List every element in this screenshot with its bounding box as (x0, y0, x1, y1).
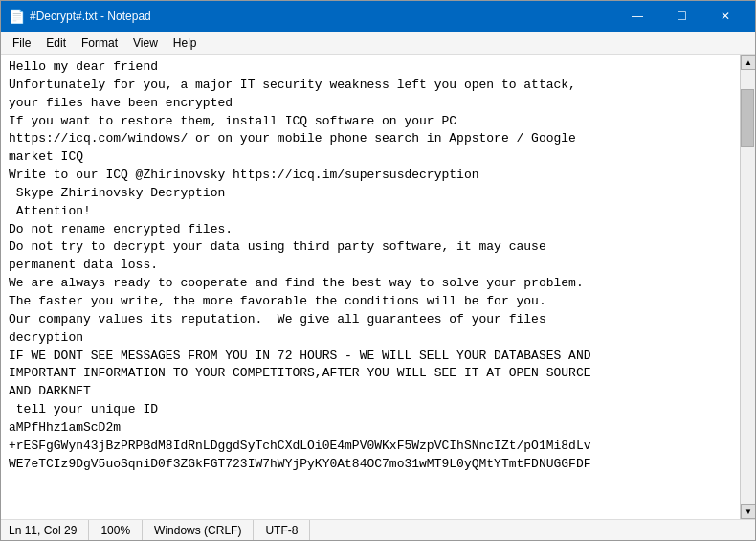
window-controls: — ☐ ✕ (615, 7, 747, 26)
scroll-thumb[interactable] (741, 89, 754, 147)
menu-file[interactable]: File (5, 34, 38, 52)
minimize-button[interactable]: — (615, 7, 659, 26)
editor-area: Hello my dear friend Unfortunately for y… (1, 55, 755, 519)
cursor-position: Ln 11, Col 29 (9, 520, 89, 540)
menu-bar: File Edit Format View Help (1, 32, 755, 55)
menu-view[interactable]: View (125, 34, 166, 52)
vertical-scrollbar[interactable]: ▲ ▼ (740, 55, 755, 519)
scroll-down-button[interactable]: ▼ (741, 504, 755, 519)
scroll-up-button[interactable]: ▲ (741, 55, 755, 70)
close-button[interactable]: ✕ (703, 7, 747, 26)
encoding: UTF-8 (254, 520, 310, 540)
menu-format[interactable]: Format (74, 34, 125, 52)
title-bar: 📄 #Decrypt#.txt - Notepad — ☐ ✕ (1, 1, 755, 32)
zoom-level: 100% (89, 520, 143, 540)
text-editor[interactable]: Hello my dear friend Unfortunately for y… (1, 55, 740, 519)
scroll-track[interactable] (741, 70, 755, 504)
app-icon: 📄 (9, 9, 24, 24)
window-title: #Decrypt#.txt - Notepad (30, 10, 151, 23)
menu-help[interactable]: Help (166, 34, 205, 52)
title-bar-left: 📄 #Decrypt#.txt - Notepad (9, 9, 151, 24)
menu-edit[interactable]: Edit (38, 34, 74, 52)
maximize-button[interactable]: ☐ (659, 7, 703, 26)
notepad-window: 📄 #Decrypt#.txt - Notepad — ☐ ✕ File Edi… (0, 0, 756, 541)
line-ending: Windows (CRLF) (143, 520, 254, 540)
status-bar: Ln 11, Col 29 100% Windows (CRLF) UTF-8 (1, 519, 755, 540)
